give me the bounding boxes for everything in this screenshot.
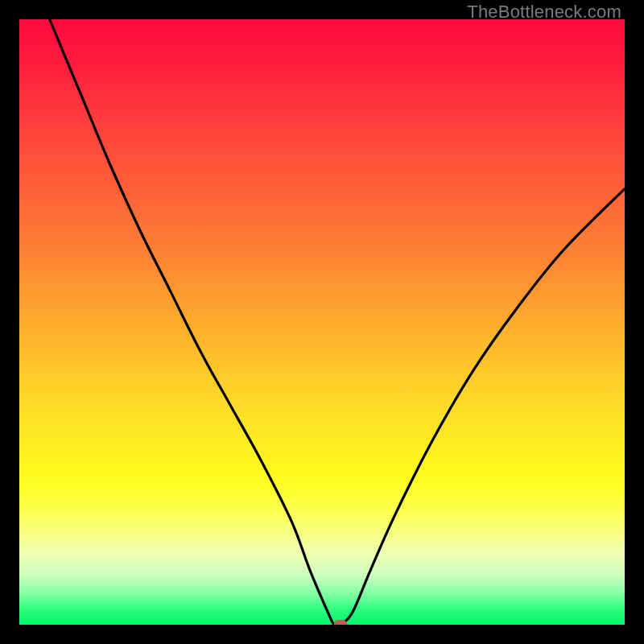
chart-frame: TheBottleneck.com — [0, 0, 644, 644]
minimum-marker — [334, 620, 347, 625]
bottleneck-curve — [19, 19, 625, 625]
plot-area — [19, 19, 625, 625]
